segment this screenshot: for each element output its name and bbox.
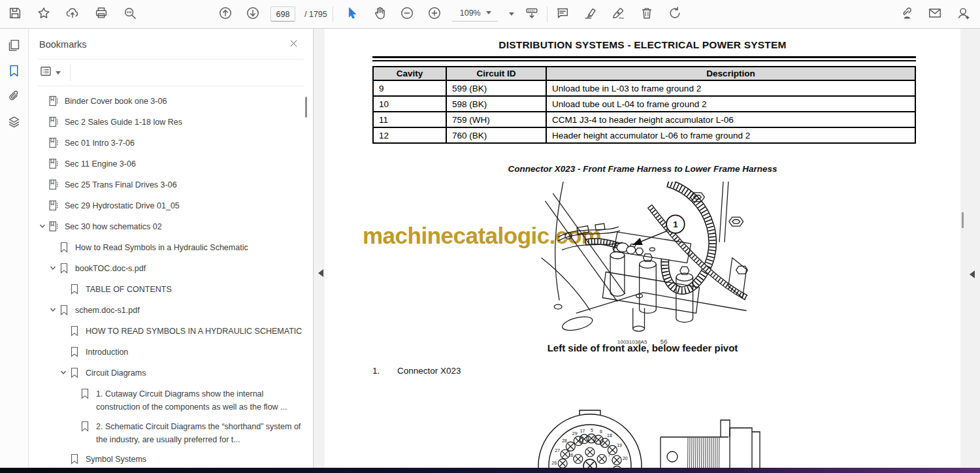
hand-tool-button[interactable] [370, 5, 389, 24]
annotation-tools-group [553, 5, 685, 24]
bookmark-label: Sec 2 Sales Guide 1-18 low Res [65, 116, 191, 129]
bookmark-flag-icon [69, 346, 81, 360]
bookmark-item[interactable]: HOW TO READ SYMBOLS IN A HYDRAULIC SCHEM… [29, 321, 313, 342]
zoom-in-button[interactable] [425, 5, 444, 24]
bookmark-item[interactable]: Circuit Diagrams [29, 363, 313, 384]
layers-icon [7, 115, 21, 131]
comment-icon [555, 6, 570, 23]
bookmark-item[interactable]: Introduction [29, 342, 313, 363]
star-button[interactable] [34, 5, 54, 24]
sign-button[interactable] [609, 5, 629, 24]
layers-button[interactable] [5, 113, 24, 133]
page-number-input[interactable] [270, 7, 295, 22]
bookmark-item[interactable]: bookTOC.doc-s.pdf [29, 259, 313, 280]
toolbar-separator [333, 7, 333, 22]
svg-text:26: 26 [551, 461, 557, 465]
attachments-button[interactable] [5, 88, 24, 107]
add-person-button[interactable] [954, 5, 973, 24]
bookmark-label: Symbol Systems [86, 453, 155, 466]
chevron-down-icon[interactable] [46, 306, 59, 314]
bookmark-options-button[interactable] [39, 65, 61, 80]
fountain-pen-icon [612, 6, 626, 23]
title-rule [372, 56, 916, 61]
bookmark-item[interactable]: schem.doc-s1.pdf [29, 301, 313, 321]
harness-figure: 1 [541, 182, 748, 336]
cloud-upload-button[interactable] [63, 5, 82, 24]
comment-button[interactable] [553, 5, 572, 24]
chevron-down-icon[interactable] [46, 264, 59, 272]
panel-scrollbar-thumb[interactable] [305, 97, 307, 118]
svg-text:19: 19 [617, 443, 622, 448]
chevron-down-icon[interactable] [35, 222, 48, 230]
close-icon [289, 39, 299, 51]
search-button[interactable] [120, 5, 140, 24]
bookmark-item[interactable]: Sec 30 how schematics 02 [29, 217, 313, 238]
bookmark-flag-icon [59, 242, 71, 255]
list-options-icon [39, 65, 52, 80]
email-button[interactable] [925, 5, 945, 24]
view-tools-group: 109% [342, 5, 542, 24]
scroll-mode-icon [525, 6, 539, 23]
bookmark-item[interactable]: 2. Schematic Circuit Diagrams the “short… [29, 417, 313, 449]
bookmark-item[interactable]: How to Read Symbols in a Hydraulic Schem… [29, 238, 313, 259]
page-display-dropdown[interactable] [506, 8, 514, 20]
page-up-button[interactable] [216, 5, 235, 24]
highlight-button[interactable] [581, 5, 600, 24]
bookmarks-button[interactable] [5, 62, 24, 82]
scroll-mode-button[interactable] [522, 5, 542, 24]
circuit-table: CavityCircuit IDDescription 9599 (BK)Unl… [372, 66, 916, 144]
print-button[interactable] [91, 5, 111, 24]
pages-icon [7, 39, 21, 55]
rotate-button[interactable] [665, 5, 685, 24]
save-icon [8, 6, 22, 23]
bookmarks-panel: Bookmarks Binder Cover book one 3-06Sec … [29, 29, 314, 473]
person-plus-icon [956, 6, 971, 23]
bookmark-label: HOW TO READ SYMBOLS IN A HYDRAULIC SCHEM… [86, 325, 311, 338]
vertical-scrollbar[interactable] [960, 29, 980, 473]
collapse-pane-arrow-icon[interactable] [970, 270, 975, 278]
chevron-down-icon[interactable] [56, 368, 69, 376]
taskbar-edge [0, 468, 980, 473]
scrollbar-thumb[interactable] [962, 212, 964, 228]
page-bookmark-icon [48, 158, 60, 172]
bookmark-item[interactable]: Sec 2 Sales Guide 1-18 low Res [29, 112, 313, 133]
zoom-out-button[interactable] [397, 5, 417, 24]
save-button[interactable] [5, 5, 25, 24]
bookmark-item[interactable]: TABLE OF CONTENTS [29, 280, 313, 301]
close-panel-button[interactable] [286, 37, 301, 52]
page-up-icon [218, 6, 233, 23]
bookmark-label: Sec 11 Engine 3-06 [65, 157, 145, 171]
share-link-button[interactable] [896, 5, 916, 24]
envelope-icon [928, 6, 942, 23]
delete-button[interactable] [637, 5, 657, 24]
table-cell: 9 [373, 80, 446, 96]
bookmark-item[interactable]: Sec 29 Hydrostatic Drive 01_05 [29, 196, 313, 217]
zoom-in-icon [427, 6, 442, 23]
collapse-panel-arrow-icon[interactable] [318, 269, 323, 277]
page-thumbnails-button[interactable] [5, 37, 24, 56]
page-bookmark-icon [48, 179, 60, 193]
bookmark-item[interactable]: 1. Cutaway Circuit Diagrams show the int… [29, 384, 313, 417]
select-tool-button[interactable] [342, 5, 362, 24]
svg-text:6: 6 [600, 429, 602, 434]
table-row: 9599 (BK)Unload tube in L-03 to frame gr… [373, 80, 915, 96]
bookmark-item[interactable]: Binder Cover book one 3-06 [29, 91, 313, 112]
bookmark-item[interactable]: Sec 25 Trans Final Drives 3-06 [29, 175, 313, 196]
zoom-level-dropdown[interactable]: 109% [452, 7, 498, 22]
document-viewer: DISTRIBUTION SYSTEMS - ELECTRICAL POWER … [314, 29, 980, 473]
bookmark-tree: Binder Cover book one 3-06Sec 2 Sales Gu… [29, 86, 313, 473]
table-cell: 759 (WH) [446, 112, 546, 127]
bookmark-item[interactable]: Sec 11 Engine 3-06 [29, 154, 313, 175]
table-cell: 760 (BK) [446, 127, 546, 143]
bookmark-label: Sec 01 Intro 3-7-06 [65, 137, 144, 150]
toolbar-separator [547, 7, 547, 22]
page-down-button[interactable] [243, 5, 263, 24]
bookmark-item[interactable]: Sec 01 Intro 3-7-06 [29, 133, 313, 154]
table-cell: Header height accumulator L-06 to frame … [546, 127, 915, 143]
bookmark-flag-icon [69, 367, 81, 381]
page-bookmark-icon [48, 221, 60, 235]
page-down-icon [246, 6, 260, 23]
navigation-rail [0, 29, 29, 473]
page-bookmark-icon [48, 137, 60, 151]
bookmark-label: schem.doc-s1.pdf [75, 304, 149, 317]
